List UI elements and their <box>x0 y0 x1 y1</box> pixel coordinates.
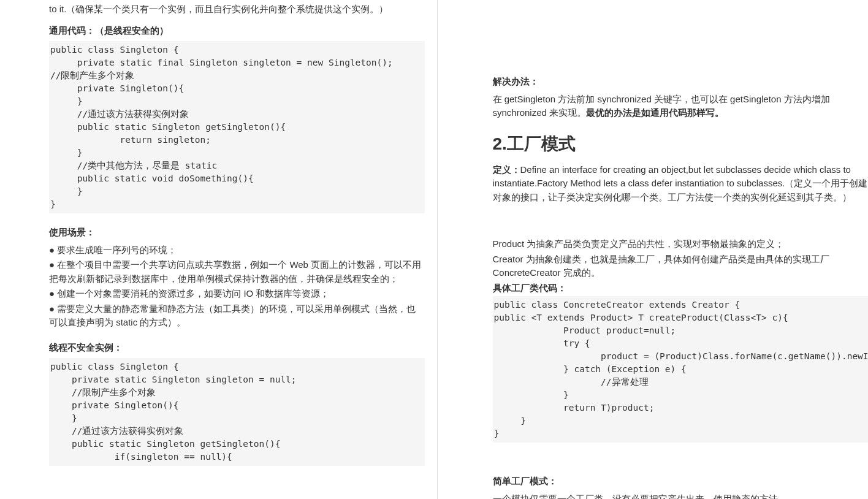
concrete-factory-label: 具体工厂类代码： <box>493 281 869 295</box>
simple-factory-label: 简单工厂模式： <box>493 474 869 489</box>
generic-code-label: 通用代码：（是线程安全的） <box>49 24 425 38</box>
list-item: ● 创建一个对象需要消耗的资源过多，如要访问 IO 和数据库等资源； <box>49 287 425 301</box>
solution-text-b: 最优的办法是如通用代码那样写。 <box>586 107 724 118</box>
role-product: Product 为抽象产品类负责定义产品的共性，实现对事物最抽象的定义； <box>493 237 869 251</box>
right-column: 解决办法： 在 getSingleton 方法前加 synchronized 关… <box>437 0 869 499</box>
definition: 定义：Define an interface for creating an o… <box>493 163 869 205</box>
role-creator: Creator 为抽象创建类，也就是抽象工厂，具体如何创建产品类是由具体的实现工… <box>493 253 869 280</box>
usage-label: 使用场景： <box>49 226 425 240</box>
code-block-singleton-safe: public class Singleton { private static … <box>49 41 425 213</box>
list-item: ● 需要定义大量的静态常量和静态方法（如工具类）的环境，可以采用单例模式（当然，… <box>49 302 425 330</box>
list-item: ● 在整个项目中需要一个共享访问点或共享数据，例如一个 Web 页面上的计数器，… <box>49 258 425 286</box>
simple-factory-body: 一个模块仅需要一个工厂类，没有必要把它产生出来，使用静态的方法 <box>493 492 869 499</box>
code-block-singleton-unsafe: public class Singleton { private static … <box>49 358 425 466</box>
roles: Product 为抽象产品类负责定义产品的共性，实现对事物最抽象的定义； Cre… <box>493 237 869 280</box>
definition-label: 定义： <box>493 164 520 175</box>
usage-bullets: ● 要求生成唯一序列号的环境； ● 在整个项目中需要一个共享访问点或共享数据，例… <box>49 243 425 330</box>
unsafe-label: 线程不安全实例： <box>49 341 425 355</box>
solution-label: 解决办法： <box>493 75 869 89</box>
solution-body: 在 getSingleton 方法前加 synchronized 关键字，也可以… <box>493 93 869 120</box>
list-item: ● 要求生成唯一序列号的环境； <box>49 243 425 257</box>
heading-factory: 2.工厂模式 <box>493 131 869 157</box>
left-column: to it.（确保某一个类只有一个实例，而且自行实例化并向整个系统提供这个实例。… <box>0 0 437 499</box>
intro-fragment: to it.（确保某一个类只有一个实例，而且自行实例化并向整个系统提供这个实例。… <box>49 2 425 17</box>
code-block-concrete-creator: public class ConcreteCreator extends Cre… <box>493 296 869 443</box>
two-column-layout: to it.（确保某一个类只有一个实例，而且自行实例化并向整个系统提供这个实例。… <box>0 0 868 499</box>
definition-body: Define an interface for creating an obje… <box>493 164 868 202</box>
